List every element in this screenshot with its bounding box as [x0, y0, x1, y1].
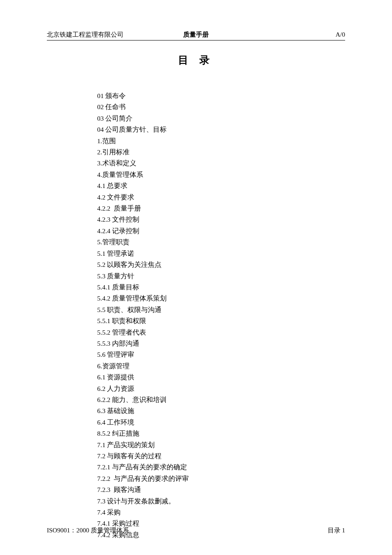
toc-entry: 3.术语和定义 [97, 158, 345, 169]
header-document-title: 质量手册 [183, 31, 209, 39]
toc-entry: 5.6 管理评审 [97, 349, 345, 360]
toc-entry: 5.5.3 内部沟通 [97, 338, 345, 349]
toc-entry: 7.1 产品实现的策划 [97, 439, 345, 451]
toc-entry: 4.2.4 记录控制 [97, 225, 345, 237]
toc-entry: 2.引用标准 [97, 147, 345, 158]
table-of-contents: 01 颁布令 02 任命书 03 公司简介 04 公司质量方针、目标 1.范围 … [97, 90, 345, 541]
toc-entry: 7.2.1 与产品有关的要求的确定 [97, 462, 345, 473]
toc-entry: 5.5.2 管理者代表 [97, 327, 345, 338]
toc-entry: 5.管理职责 [97, 237, 345, 248]
toc-entry: 7.4 采购 [97, 507, 345, 518]
toc-entry: 8.5.2 纠正措施 [97, 428, 345, 439]
toc-entry: 02 任命书 [97, 101, 345, 113]
toc-entry: 4.2.2 质量手册 [97, 203, 345, 214]
toc-entry: 5.5.1 职责和权限 [97, 315, 345, 327]
toc-entry: 6.4 工作环境 [97, 417, 345, 428]
toc-entry: 4.2 文件要求 [97, 192, 345, 203]
header-company-name: 北京铁建工程监理有限公司 [47, 31, 124, 39]
document-page: 北京铁建工程监理有限公司 质量手册 A/0 目 录 01 颁布令 02 任命书 … [0, 0, 392, 555]
toc-entry: 1.范围 [97, 136, 345, 147]
toc-entry: 4.1 总要求 [97, 180, 345, 191]
toc-entry: 03 公司简介 [97, 113, 345, 124]
toc-entry: 5.1 管理承诺 [97, 248, 345, 259]
toc-entry: 4.质量管理体系 [97, 169, 345, 180]
page-footer: ISO9001：2000 质量管理体系 目录 1 [47, 526, 345, 535]
toc-entry: 7.3 设计与开发条款删减。 [97, 496, 345, 507]
footer-standard: ISO9001：2000 质量管理体系 [47, 526, 129, 535]
page-header: 北京铁建工程监理有限公司 质量手册 A/0 [47, 31, 345, 40]
header-version: A/0 [336, 31, 346, 38]
toc-entry: 6.2 人力资源 [97, 383, 345, 394]
toc-entry: 5.4.1 质量目标 [97, 282, 345, 293]
footer-page-number: 目录 1 [328, 526, 345, 535]
toc-entry: 7.2 与顾客有关的过程 [97, 451, 345, 462]
toc-entry: 6.1 资源提供 [97, 372, 345, 383]
toc-entry: 6.资源管理 [97, 361, 345, 372]
toc-entry: 6.2.2 能力、意识和培训 [97, 394, 345, 405]
toc-entry: 01 颁布令 [97, 90, 345, 101]
toc-entry: 5.4.2 质量管理体系策划 [97, 293, 345, 304]
toc-entry: 7.2.2 与产品有关的要求的评审 [97, 473, 345, 484]
toc-entry: 5.3 质量方针 [97, 271, 345, 282]
toc-entry: 7.2.3 顾客沟通 [97, 484, 345, 495]
toc-entry: 04 公司质量方针、目标 [97, 124, 345, 135]
toc-entry: 5.5 职责、权限与沟通 [97, 304, 345, 315]
toc-entry: 4.2.3 文件控制 [97, 214, 345, 225]
toc-title: 目 录 [47, 53, 345, 67]
toc-entry: 5.2 以顾客为关注焦点 [97, 259, 345, 270]
toc-entry: 6.3 基础设施 [97, 405, 345, 416]
